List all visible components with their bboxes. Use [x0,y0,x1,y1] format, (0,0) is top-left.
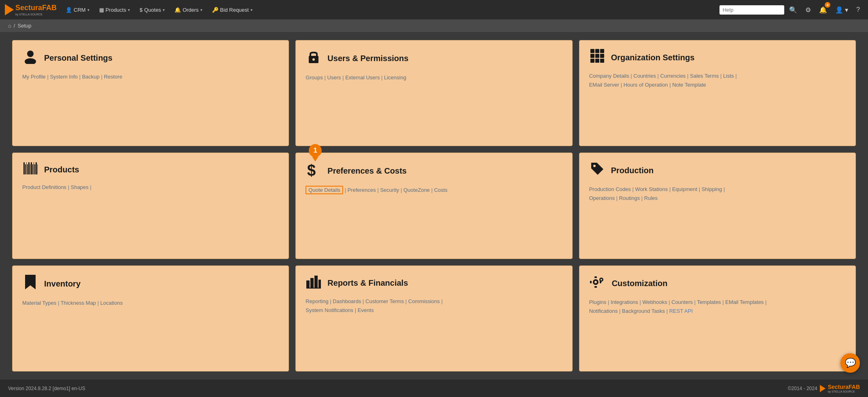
link-email-templates[interactable]: EMail Templates [725,299,764,305]
link-system-notifications[interactable]: System Notifications [306,307,353,313]
link-material-types[interactable]: Material Types [22,300,56,306]
notification-badge: 4 [825,2,830,8]
link-equipment[interactable]: Equipment [672,186,697,192]
card-links: Groups | Users | External Users | Licens… [306,73,562,82]
card-personal-settings: Personal Settings My Profile | System In… [12,40,289,146]
nav-orders[interactable]: 🔔 Orders ▾ [170,4,206,15]
link-integrations[interactable]: Integrations [611,299,638,305]
link-external-users[interactable]: External Users [345,74,380,81]
link-lists[interactable]: Lists [723,73,734,79]
link-currencies[interactable]: Currencies [660,73,686,79]
chat-button[interactable]: 💬 [840,353,860,373]
link-locations[interactable]: Locations [100,300,123,306]
breadcrumb-home[interactable]: ⌂ [8,23,11,29]
link-templates[interactable]: Templates [697,299,721,305]
search-icon-button[interactable]: 🔍 [786,4,800,16]
card-links: Material Types | Thickness Map | Locatio… [22,299,279,308]
link-events[interactable]: Events [358,307,374,313]
link-webhooks[interactable]: Webhooks [642,299,667,305]
nav-bid-request[interactable]: 🔑 Bid Request ▾ [208,4,257,15]
nav-quotes[interactable]: $ Quotes ▾ [136,4,169,15]
link-rules[interactable]: Rules [644,195,658,201]
card-production: Production Production Codes | Work Stati… [579,153,856,259]
link-counters[interactable]: Counters [671,299,693,305]
svg-rect-12 [600,59,604,63]
lock-icon [306,49,322,68]
user-menu-button[interactable]: 👤 ▾ [832,4,851,16]
link-dashboards[interactable]: Dashboards [333,298,361,304]
link-preferences[interactable]: Preferences [348,187,376,193]
card-header: Users & Permissions [306,49,562,68]
help-icon-button[interactable]: ? [853,4,863,16]
card-title: Users & Permissions [327,54,408,63]
svg-rect-17 [314,276,318,288]
link-licensing[interactable]: Licensing [384,74,406,81]
svg-rect-9 [600,54,604,58]
svg-rect-4 [590,49,594,53]
svg-rect-10 [590,59,594,63]
link-hours-operation[interactable]: Hours of Operation [624,82,668,88]
link-shipping[interactable]: Shipping [702,186,722,192]
caret-icon: ▾ [87,8,89,12]
link-operations[interactable]: Operations [589,195,615,201]
nav-crm[interactable]: 👤 CRM ▾ [62,4,93,15]
link-quote-details[interactable]: Quote Details [306,186,343,194]
card-links: Quote Details | Preferences | Security |… [306,186,562,195]
logo-tagline: by STELLA SOURCE [15,13,42,16]
card-users-permissions: Users & Permissions Groups | Users | Ext… [295,40,572,146]
link-reporting[interactable]: Reporting [306,298,328,304]
link-groups[interactable]: Groups [306,74,323,81]
link-work-stations[interactable]: Work Stations [635,186,668,192]
link-quotezone[interactable]: QuoteZone [403,187,430,193]
help-input[interactable] [719,5,784,15]
card-links: Product Definitions | Shapes | [22,183,279,192]
svg-rect-15 [306,280,310,288]
card-header: Production [589,161,846,180]
link-product-definitions[interactable]: Product Definitions [22,184,66,190]
card-products: Products Product Definitions | Shapes | [12,153,289,259]
link-users[interactable]: Users [327,74,341,81]
link-note-template[interactable]: Note Template [672,82,706,88]
card-header: 1 $ Preferences & Costs [306,161,562,181]
breadcrumb-separator: / [14,23,15,29]
link-routings[interactable]: Routings [619,195,640,201]
grid-icon: ▦ [99,7,104,13]
svg-rect-18 [318,280,321,288]
logo[interactable]: SecturaFAB by STELLA SOURCE [5,4,57,16]
card-links: Company Details | Countries | Currencies… [589,72,846,89]
link-email-server[interactable]: EMail Server [589,82,619,88]
link-shapes[interactable]: Shapes [71,184,89,190]
link-backup[interactable]: Backup [82,74,100,80]
link-countries[interactable]: Countries [633,73,656,79]
link-customer-terms[interactable]: Customer Terms [365,298,404,304]
link-security[interactable]: Security [380,187,399,193]
svg-point-1 [25,58,36,64]
settings-icon-button[interactable]: ⚙ [802,4,814,16]
link-system-info[interactable]: System Info [50,74,78,80]
link-plugins[interactable]: Plugins [589,299,607,305]
dollar-pin-icon: 1 $ [306,161,322,181]
link-production-codes[interactable]: Production Codes [589,186,631,192]
link-restore[interactable]: Restore [104,74,123,80]
link-my-profile[interactable]: My Profile [22,74,46,80]
link-thickness-map[interactable]: Thickness Map [61,300,96,306]
link-company-details[interactable]: Company Details [589,73,629,79]
nav-products[interactable]: ▦ Products ▾ [95,4,134,15]
main-content: Personal Settings My Profile | System In… [0,32,868,380]
link-commissions[interactable]: Commissions [408,298,440,304]
svg-rect-27 [600,281,601,283]
card-links: Plugins | Integrations | Webhooks | Coun… [589,298,846,316]
person-icon [22,49,38,68]
link-background-tasks[interactable]: Background Tasks [622,308,665,314]
card-title: Production [611,166,654,175]
footer-version: Version 2024.8.28.2 [demo1] en-US [8,386,85,391]
card-title: Organization Settings [611,53,695,62]
notifications-button[interactable]: 🔔 4 [816,4,830,16]
link-rest-api[interactable]: REST API [669,308,693,314]
grid-org-icon [589,49,605,67]
link-costs[interactable]: Costs [434,187,448,193]
link-sales-terms[interactable]: Sales Terms [690,73,719,79]
gears-icon [589,274,606,293]
svg-point-14 [593,165,596,167]
link-notifications[interactable]: Notifications [589,308,618,314]
